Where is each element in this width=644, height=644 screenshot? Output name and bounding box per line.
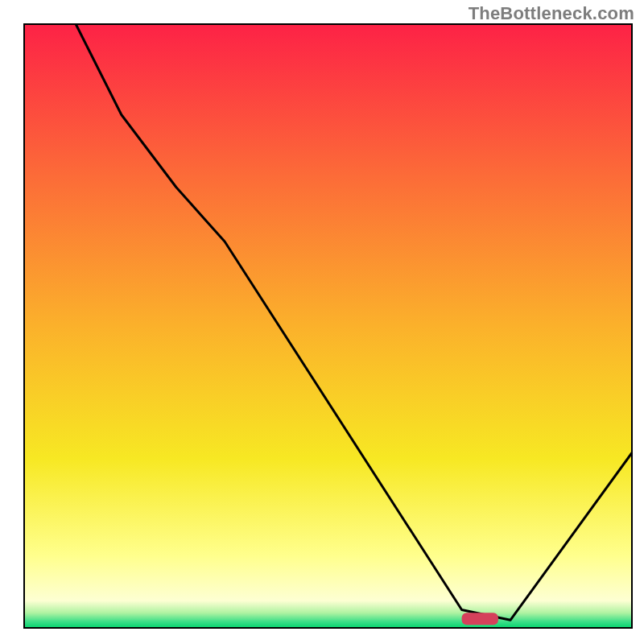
optimal-marker — [462, 613, 498, 625]
plot-background — [24, 24, 632, 628]
chart-canvas — [0, 0, 644, 644]
attribution-label: TheBottleneck.com — [469, 3, 634, 24]
bottleneck-chart: TheBottleneck.com — [0, 0, 644, 644]
